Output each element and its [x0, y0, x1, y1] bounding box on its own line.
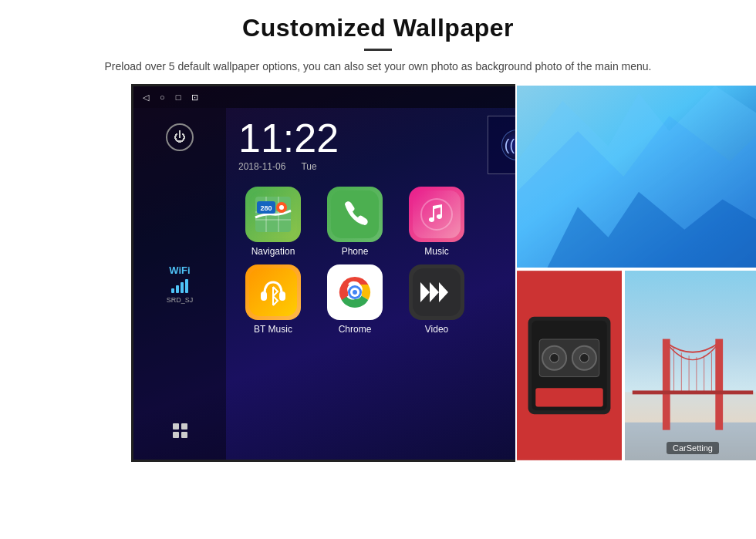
grid-dot	[173, 423, 179, 430]
clock-display: 11:22 2018-11-06 Tue	[238, 118, 472, 172]
svg-point-20	[353, 290, 357, 295]
navigation-icon: 280	[245, 187, 301, 242]
bt-music-label: BT Music	[254, 324, 292, 335]
date-value: 2018-11-06	[238, 161, 285, 172]
grid-dot	[181, 432, 187, 438]
app-video[interactable]: Video	[402, 264, 471, 335]
power-button[interactable]: ⏻	[166, 123, 194, 151]
phone-icon-svg	[331, 190, 379, 238]
back-icon[interactable]: ◁	[143, 93, 149, 103]
status-bar-left: ◁ ○ □ ⊡	[143, 93, 198, 103]
cassette-svg	[517, 269, 622, 462]
app-chrome[interactable]: Chrome	[320, 264, 390, 335]
wallpaper-thumbnails: CarSetting	[515, 84, 756, 462]
wifi-bar-1	[171, 288, 174, 293]
phone-label: Phone	[342, 246, 369, 257]
svg-rect-10	[331, 190, 379, 238]
wifi-bar-2	[176, 285, 179, 293]
page-description: Preload over 5 default wallpaper options…	[62, 59, 694, 75]
clock-time: 11:22	[238, 118, 472, 158]
wifi-bar-3	[181, 282, 184, 293]
svg-point-34	[550, 353, 559, 362]
app-phone[interactable]: Phone	[320, 187, 390, 257]
page-header: Customized Wallpaper Preload over 5 defa…	[0, 0, 756, 84]
music-label: Music	[424, 246, 448, 257]
app-bt-music[interactable]: BT Music	[238, 264, 308, 335]
svg-rect-49	[633, 390, 753, 394]
wifi-label: WiFi	[167, 264, 194, 276]
clock-date: 2018-11-06 Tue	[238, 161, 472, 172]
svg-text:280: 280	[260, 204, 272, 212]
ice-cave-svg	[517, 86, 756, 268]
chrome-icon-svg	[331, 268, 379, 316]
carsetting-label: CarSetting	[625, 440, 756, 454]
grid-dot	[173, 432, 179, 438]
demo-section: ◁ ○ □ ⊡ ◆ ▾ 11:22 ⏻ WiFi	[0, 84, 756, 462]
day-value: Tue	[301, 161, 316, 172]
video-label: Video	[425, 324, 448, 335]
svg-rect-37	[535, 388, 602, 406]
bridge-svg	[625, 271, 756, 460]
wifi-bar-4	[185, 279, 188, 293]
video-icon-svg	[413, 268, 461, 316]
svg-point-9	[279, 205, 284, 210]
wallpaper-bridge[interactable]: CarSetting	[623, 269, 756, 462]
svg-rect-14	[261, 291, 267, 301]
home-icon[interactable]: ○	[160, 93, 165, 102]
bt-music-icon	[245, 264, 301, 320]
wifi-section: WiFi SRD_SJ	[167, 264, 194, 304]
svg-rect-41	[663, 339, 670, 430]
grid-dot	[181, 423, 187, 430]
recents-icon[interactable]: □	[176, 93, 181, 102]
app-navigation[interactable]: 280 Navigation	[238, 187, 308, 257]
screenshot-icon[interactable]: ⊡	[191, 93, 198, 103]
chrome-label: Chrome	[339, 324, 372, 335]
left-sidebar: ⏻ WiFi SRD_SJ	[133, 108, 226, 460]
svg-point-36	[580, 353, 589, 362]
apps-grid-icon	[173, 423, 187, 438]
phone-icon	[327, 187, 383, 242]
power-icon: ⏻	[174, 130, 186, 144]
wallpaper-cassette[interactable]	[515, 269, 623, 462]
music-icon	[409, 187, 464, 242]
wallpaper-ice-cave-inner	[517, 86, 756, 268]
page-title: Customized Wallpaper	[62, 14, 694, 42]
navigation-label: Navigation	[251, 246, 295, 257]
bt-music-icon-svg	[249, 268, 297, 316]
cassette-visual	[517, 271, 622, 460]
apps-grid-button[interactable]	[166, 416, 194, 444]
svg-rect-42	[715, 339, 723, 430]
wallpaper-ice-cave[interactable]	[515, 84, 756, 269]
video-icon	[409, 264, 464, 320]
navigation-icon-svg: 280	[249, 190, 297, 238]
svg-rect-15	[279, 291, 285, 301]
wifi-ssid: SRD_SJ	[167, 296, 194, 304]
title-divider	[364, 49, 392, 51]
chrome-icon	[327, 264, 383, 320]
music-icon-svg	[413, 190, 461, 238]
app-music[interactable]: Music	[402, 187, 471, 257]
svg-rect-11	[413, 190, 461, 238]
wallpaper-bottom-row: CarSetting	[515, 269, 756, 462]
wifi-bars	[167, 279, 194, 293]
